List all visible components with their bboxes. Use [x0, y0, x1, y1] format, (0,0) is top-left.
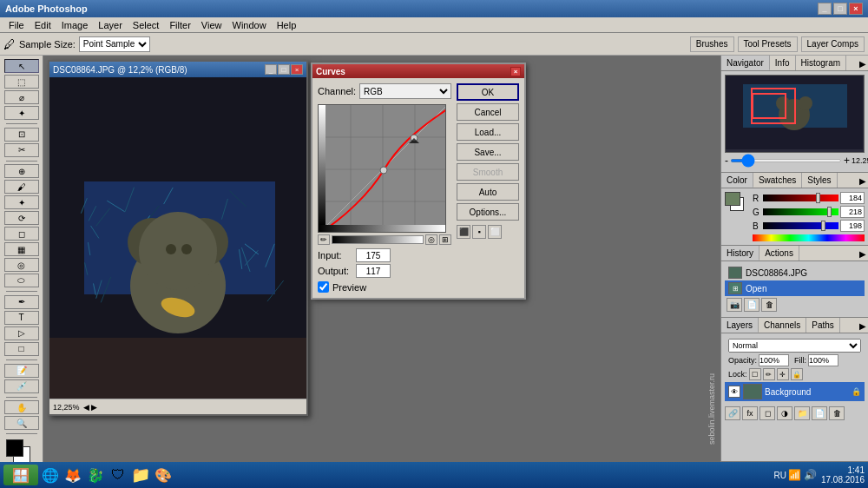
white-point-eyedropper[interactable]: ⬜ [488, 225, 502, 239]
opacity-input[interactable]: 100% [759, 354, 789, 366]
tab-swatches[interactable]: Swatches [753, 173, 802, 188]
tab-channels[interactable]: Channels [759, 318, 806, 333]
color-b-thumb[interactable] [821, 221, 825, 231]
layer-item-background[interactable]: 👁 Background 🔒 [725, 382, 865, 401]
history-delete[interactable]: 🗑 [761, 298, 777, 312]
lock-position-btn[interactable]: ✛ [777, 368, 789, 380]
curves-expand-icon[interactable]: ⊞ [439, 234, 451, 245]
tab-navigator[interactable]: Navigator [721, 56, 770, 70]
layer-delete-button[interactable]: 🗑 [829, 406, 845, 420]
clone-tool[interactable]: ✦ [4, 195, 39, 209]
layer-fx-button[interactable]: fx [742, 406, 758, 420]
curves-channel-select[interactable]: RGB [359, 83, 451, 99]
pen-tool[interactable]: ✒ [4, 295, 39, 309]
notes-tool[interactable]: 📝 [4, 364, 39, 378]
color-g-value[interactable]: 218 [840, 206, 865, 218]
type-tool[interactable]: T [4, 311, 39, 325]
eyedropper-tool[interactable]: 💉 [4, 379, 39, 393]
move-tool[interactable]: ↖ [4, 59, 39, 73]
curves-pencil-icon[interactable]: ✏ [318, 234, 330, 245]
taskbar-icon-paint[interactable]: 🎨 [153, 465, 174, 485]
color-fg-box[interactable] [725, 192, 740, 206]
menu-file[interactable]: File [3, 17, 30, 33]
tab-actions[interactable]: Actions [760, 246, 799, 260]
shape-tool[interactable]: □ [4, 342, 39, 356]
history-create-new[interactable]: 📄 [744, 298, 760, 312]
fill-input[interactable]: 100% [808, 354, 838, 366]
history-item-0[interactable]: DSC08864.JPG [725, 265, 865, 280]
foreground-color-box[interactable] [6, 439, 23, 457]
curves-output-field[interactable]: 117 [356, 264, 391, 278]
blend-mode-select[interactable]: Normal [728, 339, 861, 353]
menu-edit[interactable]: Edit [30, 17, 56, 33]
curves-load-button[interactable]: Load... [457, 123, 519, 141]
curves-save-button[interactable]: Save... [457, 143, 519, 161]
maximize-button[interactable]: □ [833, 3, 847, 15]
zoom-slider[interactable] [730, 159, 842, 162]
tab-styles[interactable]: Styles [802, 173, 837, 188]
layer-new-button[interactable]: 📄 [812, 406, 827, 420]
path-tool[interactable]: ▷ [4, 326, 39, 340]
navigator-panel-menu[interactable]: ▶ [858, 56, 868, 71]
layer-visibility-toggle[interactable]: 👁 [728, 386, 740, 398]
color-r-thumb[interactable] [816, 193, 820, 203]
tab-history[interactable]: History [721, 246, 760, 260]
taskbar-icon-browser[interactable]: 🌐 [40, 465, 61, 485]
taskbar-icon-torrent[interactable]: 🛡 [108, 465, 128, 485]
curves-input-field[interactable]: 175 [356, 248, 391, 262]
menu-layer[interactable]: Layer [93, 17, 128, 33]
history-item-1[interactable]: ⊞ Open [725, 280, 865, 296]
image-minimize-button[interactable]: _ [265, 64, 277, 75]
magic-wand-tool[interactable]: ✦ [4, 106, 39, 120]
history-brush-tool[interactable]: ⟳ [4, 211, 39, 225]
minimize-button[interactable]: _ [818, 3, 832, 15]
menu-window[interactable]: Window [227, 17, 272, 33]
menu-help[interactable]: Help [272, 17, 302, 33]
tool-presets-tab[interactable]: Tool Presets [738, 36, 798, 52]
taskbar-icon-firefox[interactable]: 🦊 [62, 465, 83, 485]
sample-size-select[interactable]: Point Sample [79, 36, 150, 52]
history-new-snapshot[interactable]: 📷 [727, 298, 742, 312]
curves-smooth-icon[interactable]: ◎ [425, 234, 437, 245]
history-panel-menu[interactable]: ▶ [858, 246, 868, 261]
lock-pixels-btn[interactable]: ✏ [763, 368, 775, 380]
layer-folder-button[interactable]: 📁 [794, 406, 810, 420]
menu-select[interactable]: Select [128, 17, 165, 33]
close-button[interactable]: × [849, 3, 863, 15]
lock-transparent-btn[interactable]: ☐ [749, 368, 761, 380]
tab-info[interactable]: Info [770, 56, 796, 70]
layers-panel-menu[interactable]: ▶ [858, 318, 868, 333]
brush-tool[interactable]: 🖌 [4, 180, 39, 194]
lasso-tool[interactable]: ⌀ [4, 90, 39, 104]
taskbar-icon-opera[interactable]: 🐉 [85, 465, 106, 485]
lock-all-btn[interactable]: 🔒 [791, 368, 803, 380]
gray-point-eyedropper[interactable]: ▪ [472, 225, 486, 239]
curves-smooth-button[interactable]: Smooth [457, 163, 519, 181]
curves-cancel-button[interactable]: Cancel [457, 103, 519, 121]
menu-view[interactable]: View [196, 17, 227, 33]
tab-layers[interactable]: Layers [721, 318, 759, 333]
curves-options-button[interactable]: Options... [457, 203, 519, 221]
dodge-tool[interactable]: ⬭ [4, 274, 39, 287]
color-g-thumb[interactable] [827, 207, 832, 217]
hand-tool[interactable]: ✋ [4, 400, 39, 414]
zoom-out-button[interactable]: - [725, 155, 728, 167]
color-r-value[interactable]: 184 [840, 192, 865, 204]
crop-tool[interactable]: ⊡ [4, 128, 39, 142]
curves-ok-button[interactable]: OK [457, 83, 519, 101]
blur-tool[interactable]: ◎ [4, 258, 39, 272]
layer-link-button[interactable]: 🔗 [725, 406, 740, 420]
menu-image[interactable]: Image [56, 17, 94, 33]
image-maximize-button[interactable]: □ [278, 64, 290, 75]
curves-preview-checkbox[interactable] [318, 281, 329, 293]
image-close-button[interactable]: × [291, 64, 303, 75]
tab-color[interactable]: Color [721, 173, 753, 188]
slice-tool[interactable]: ✂ [4, 143, 39, 157]
marquee-tool[interactable]: ⬚ [4, 75, 39, 89]
brushes-tab[interactable]: Brushes [690, 36, 734, 52]
zoom-in-button[interactable]: + [844, 155, 850, 167]
taskbar-icon-folder[interactable]: 📁 [130, 465, 151, 485]
curves-auto-button[interactable]: Auto [457, 183, 519, 201]
color-b-value[interactable]: 198 [840, 220, 865, 232]
zoom-tool[interactable]: 🔍 [4, 416, 39, 430]
